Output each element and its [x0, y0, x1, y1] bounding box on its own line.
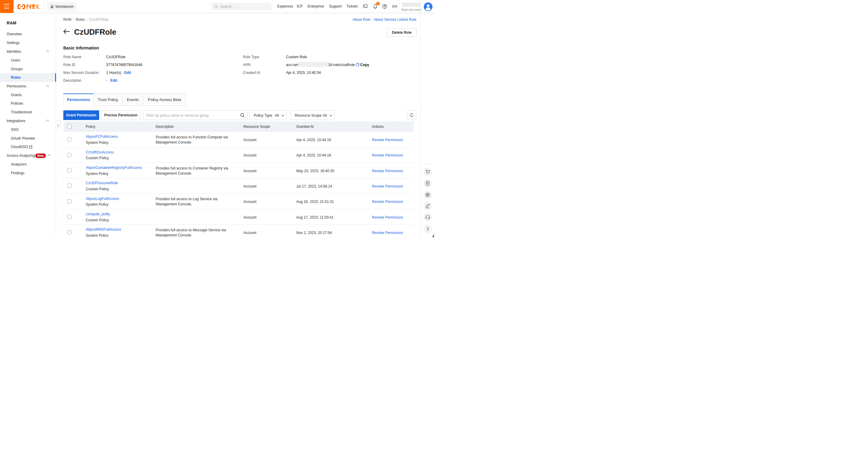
svg-text:APP: APP: [426, 182, 430, 184]
